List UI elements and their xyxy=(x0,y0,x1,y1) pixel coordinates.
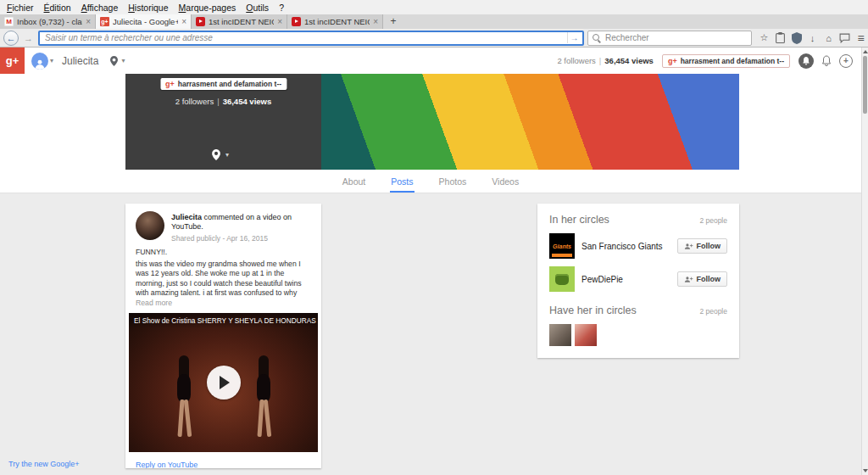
giants-logo-avatar[interactable]: Giants xyxy=(549,233,575,259)
video-title: El Show de Cristina SHERRY Y SHEYLA DE H… xyxy=(129,313,318,328)
pin-dropdown-icon: ▾ xyxy=(121,57,125,64)
gmail-favicon: M xyxy=(4,17,14,26)
pin-dropdown-icon: ▾ xyxy=(225,151,229,159)
play-icon xyxy=(220,376,230,389)
gplus-logo[interactable]: g+ xyxy=(0,48,25,74)
menu-marque-pages[interactable]: Marque-pages xyxy=(174,2,242,14)
toolbar-icons: ☆ ↓ ⌂ ≡ xyxy=(757,31,868,45)
forward-button[interactable]: → xyxy=(22,31,35,44)
search-input[interactable] xyxy=(605,31,747,45)
search-bar xyxy=(587,31,752,46)
stats-separator: | xyxy=(599,56,601,65)
header-icons: + xyxy=(798,53,853,69)
tab-youtube-2[interactable]: 1st incIDENT NEIGHBOR o... × xyxy=(287,14,383,29)
post-meta: Shared publicly - Apr 16, 2015 xyxy=(171,234,311,243)
circle-user-avatar[interactable] xyxy=(549,324,571,346)
clipboard-icon[interactable] xyxy=(773,31,787,45)
page-scrollbar[interactable] xyxy=(861,48,868,475)
go-button[interactable]: → xyxy=(567,32,581,43)
scroll-down-arrow[interactable] xyxy=(863,469,868,472)
menu-outils[interactable]: Outils xyxy=(241,2,274,14)
account-avatar[interactable] xyxy=(31,53,48,70)
video-embed[interactable]: El Show de Cristina SHERRY Y SHEYLA DE H… xyxy=(129,313,318,452)
tab-videos[interactable]: Videos xyxy=(491,170,520,193)
gplus-mini-icon: g+ xyxy=(165,80,175,88)
post-header-text: Juliecita commented on a video on YouTub… xyxy=(171,211,311,243)
scrollbar-thumb[interactable] xyxy=(863,56,867,114)
chat-bubble-icon[interactable] xyxy=(837,31,852,45)
try-new-gplus-link[interactable]: Try the new Google+ xyxy=(8,460,79,468)
follow-button[interactable]: Follow xyxy=(677,238,728,254)
share-icon[interactable]: + xyxy=(839,54,853,68)
scroll-up-arrow[interactable] xyxy=(863,50,868,53)
tab-photos[interactable]: Photos xyxy=(438,170,468,193)
menu-affichage[interactable]: Affichage xyxy=(76,2,124,14)
youtube-favicon xyxy=(196,17,205,26)
download-icon[interactable]: ↓ xyxy=(805,31,820,45)
menu-fichier[interactable]: Fichier xyxy=(2,2,39,14)
browser-tabbar: M Inbox (9,732) - clairefelicit... × g+ … xyxy=(0,14,868,29)
bell-icon[interactable] xyxy=(819,53,834,69)
bookmark-star-icon[interactable]: ☆ xyxy=(757,31,771,45)
browser-navbar: ← → → ☆ ↓ ⌂ ≡ xyxy=(0,29,868,48)
views-count: 36,454 views xyxy=(604,56,654,65)
tab-close-icon[interactable]: × xyxy=(181,17,186,26)
report-tagline-label: harrasment and defamation t-- xyxy=(681,57,784,65)
person-add-icon xyxy=(684,276,693,283)
menu-historique[interactable]: Historique xyxy=(123,2,173,14)
post-author-name[interactable]: Juliecita xyxy=(171,213,202,221)
home-icon[interactable]: ⌂ xyxy=(821,31,836,45)
gplus-header-bar: g+ ▾ Juliecita ▾ 2 followers|36,454 view… xyxy=(0,48,861,74)
new-tab-button[interactable]: + xyxy=(383,14,403,29)
report-tagline-label: harrasment and defamation t-- xyxy=(178,80,281,88)
shield-icon[interactable] xyxy=(789,31,804,45)
tab-gmail[interactable]: M Inbox (9,732) - clairefelicit... × xyxy=(0,14,96,29)
circle-member-row: PewDiePie Follow xyxy=(549,266,727,292)
views-count: 36,454 views xyxy=(223,97,272,106)
tab-close-icon[interactable]: × xyxy=(373,17,378,26)
notifications-icon[interactable] xyxy=(798,53,814,69)
stats-separator: | xyxy=(217,97,219,106)
tab-about[interactable]: About xyxy=(342,170,366,193)
profile-stats: 2 followers|36,454 views xyxy=(557,56,653,65)
hamburger-menu-icon[interactable]: ≡ xyxy=(854,31,868,45)
location-pin-icon xyxy=(212,149,220,160)
tab-posts[interactable]: Posts xyxy=(390,170,414,193)
cover-info-panel: g+ harrasment and defamation t-- 2 follo… xyxy=(125,74,321,170)
location-pin-group[interactable]: ▾ xyxy=(110,56,125,66)
have-her-avatars xyxy=(549,324,727,346)
follow-button[interactable]: Follow xyxy=(677,271,728,287)
profile-cover: g+ harrasment and defamation t-- 2 follo… xyxy=(125,74,739,170)
report-tagline-button[interactable]: g+ harrasment and defamation t-- xyxy=(160,78,287,90)
tab-title: Juliecita - Google+ xyxy=(113,17,178,26)
menu-aide[interactable]: ? xyxy=(274,2,289,14)
post-text-line1: FUNNY!!. xyxy=(125,246,321,258)
tab-close-icon[interactable]: × xyxy=(277,17,282,26)
back-button[interactable]: ← xyxy=(3,31,19,46)
tab-gplus[interactable]: g+ Juliecita - Google+ × xyxy=(96,14,192,29)
tab-title: Inbox (9,732) - clairefelicit... xyxy=(17,17,82,26)
follow-label: Follow xyxy=(697,242,721,250)
giants-logo-text: Giants xyxy=(553,243,571,249)
have-her-in-circles-title: Have her in circles xyxy=(549,305,637,316)
main-content: Juliecita commented on a video on YouTub… xyxy=(0,193,861,475)
tab-youtube-1[interactable]: 1st incIDENT NEIGHBOR o... × xyxy=(192,14,287,29)
report-tagline-button[interactable]: g+ harrasment and defamation t-- xyxy=(662,54,790,68)
post-author-avatar[interactable] xyxy=(136,211,164,240)
circles-card: In her circles 2 people Giants San Franc… xyxy=(537,204,739,358)
read-more-link[interactable]: Read more xyxy=(125,299,321,309)
reply-on-youtube-link[interactable]: Reply on YouTube xyxy=(125,452,321,468)
location-pin-group[interactable]: ▾ xyxy=(212,149,229,160)
tab-close-icon[interactable]: × xyxy=(86,17,91,26)
account-dropdown-icon[interactable]: ▾ xyxy=(50,57,53,64)
url-input[interactable] xyxy=(45,32,567,44)
pewdiepie-logo-avatar[interactable] xyxy=(549,266,575,292)
menu-edition[interactable]: Édition xyxy=(39,2,76,14)
member-name[interactable]: PewDiePie xyxy=(581,275,670,284)
in-her-circles-count: 2 people xyxy=(699,216,727,225)
circle-user-avatar[interactable] xyxy=(575,324,597,346)
profile-stats: 2 followers|36,454 views xyxy=(125,97,321,106)
play-button[interactable] xyxy=(207,366,241,400)
tab-title: 1st incIDENT NEIGHBOR o... xyxy=(304,17,370,26)
member-name[interactable]: San Francisco Giants xyxy=(581,242,670,251)
